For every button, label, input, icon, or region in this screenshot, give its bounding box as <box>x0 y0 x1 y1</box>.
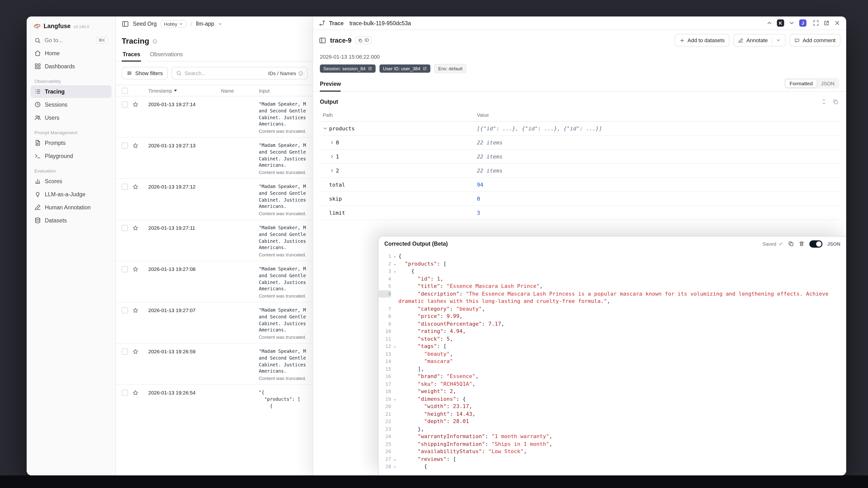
info-icon[interactable] <box>152 38 157 44</box>
sidebar-item-sessions[interactable]: Sessions <box>31 98 112 111</box>
star-icon[interactable] <box>132 184 138 190</box>
code-line[interactable]: 14 "mascara" <box>378 358 846 365</box>
code-line[interactable]: 21 "height": 14.43, <box>378 410 846 418</box>
star-icon[interactable] <box>132 307 138 313</box>
close-button[interactable] <box>834 20 840 26</box>
format-formatted-button[interactable]: Formatted <box>785 79 817 88</box>
code-line[interactable]: 12⌄ "tags": [ <box>378 343 846 350</box>
chevron-down-icon[interactable] <box>776 38 781 43</box>
code-line[interactable]: 20 "width": 23.17, <box>378 403 846 410</box>
badge-user-id-user-384[interactable]: User ID: user_384 <box>379 64 430 73</box>
code-line[interactable]: 13 "beauty", <box>378 350 846 358</box>
sidebar-item-dashboards[interactable]: Dashboards <box>31 60 112 73</box>
code-line[interactable]: 4 "id": 1, <box>378 275 846 282</box>
fold-chevron-icon[interactable]: ⌄ <box>391 455 398 463</box>
chevron-right-icon[interactable] <box>330 140 336 145</box>
star-icon[interactable] <box>132 143 138 149</box>
row-checkbox[interactable] <box>122 307 128 313</box>
code-line[interactable]: 10 "rating": 4.94, <box>378 328 846 335</box>
sidebar-item-scores[interactable]: Scores <box>31 175 112 187</box>
name-column-header[interactable]: Name <box>221 88 259 93</box>
search-input[interactable] <box>185 70 265 76</box>
delete-icon[interactable] <box>799 241 805 247</box>
output-row-1[interactable]: 122 items <box>320 150 839 164</box>
search-box[interactable]: IDs / Names <box>172 67 308 80</box>
code-line[interactable]: 7 "category": "beauty", <box>378 305 846 312</box>
star-icon[interactable] <box>132 348 138 355</box>
expand-button[interactable] <box>813 20 819 26</box>
code-line[interactable]: 24 "warrantyInformation": "1 month warra… <box>378 433 846 440</box>
annotate-button[interactable]: Annotate <box>733 34 785 47</box>
sidebar-item-datasets[interactable]: Datasets <box>31 214 112 227</box>
table-row[interactable]: 2026-01-13 19:27:11"Madam Speaker, Mand … <box>116 220 314 261</box>
code-line[interactable]: 18 "weight": 2, <box>378 388 846 395</box>
table-row[interactable]: 2026-01-13 19:27:07"Madam Speaker, Mand … <box>116 302 314 343</box>
add-to-datasets-button[interactable]: Add to datasets <box>674 34 730 47</box>
row-checkbox[interactable] <box>122 390 128 396</box>
table-row[interactable]: 2026-01-13 19:27:13"Madam Speaker, Mand … <box>116 138 314 179</box>
sidebar-item-home[interactable]: Home <box>31 47 112 60</box>
search-scope-select[interactable]: IDs / Names <box>268 70 303 76</box>
code-line[interactable]: 23 }, <box>378 425 846 433</box>
tab-traces[interactable]: Traces <box>122 50 141 62</box>
json-toggle[interactable] <box>809 240 823 247</box>
chevron-right-icon[interactable] <box>330 154 336 159</box>
fold-chevron-icon[interactable]: ⌄ <box>391 252 398 260</box>
table-row[interactable]: 2026-01-13 19:27:08"Madam Speaker, Mand … <box>116 261 314 302</box>
row-checkbox[interactable] <box>122 101 128 108</box>
org-name[interactable]: Seed Org <box>133 21 157 27</box>
row-checkbox[interactable] <box>122 184 128 190</box>
fold-chevron-icon[interactable]: ⌄ <box>391 343 398 350</box>
json-editor[interactable]: 1⌄{2⌄ "products": [3⌄ {4 "id": 1,5 "titl… <box>378 251 846 476</box>
copy-icon[interactable] <box>788 241 794 247</box>
chevron-right-icon[interactable] <box>330 168 336 173</box>
add-comment-button[interactable]: Add comment <box>789 34 840 47</box>
star-icon[interactable] <box>132 225 138 231</box>
tree-toggle-icon[interactable] <box>319 37 326 44</box>
code-line[interactable]: 2⌄ "products": [ <box>378 260 846 268</box>
table-row[interactable]: 2026-01-13 19:27:14"Madam Speaker, Mand … <box>116 96 314 138</box>
row-checkbox[interactable] <box>122 225 128 231</box>
sidebar-item-tracing[interactable]: Tracing <box>31 85 112 98</box>
code-line[interactable]: 17 "sku": "RCH45Q1A", <box>378 380 846 388</box>
sidebar-item-users[interactable]: Users <box>31 112 112 124</box>
input-column-header[interactable]: Input <box>259 88 314 93</box>
sidebar-item-prompts[interactable]: Prompts <box>31 136 112 149</box>
tab-preview[interactable]: Preview <box>320 81 341 92</box>
code-line[interactable]: 8 "price": 9.99, <box>378 312 846 320</box>
star-icon[interactable] <box>132 101 138 108</box>
timestamp-column-header[interactable]: Timestamp <box>148 88 221 93</box>
copy-id-button[interactable]: ID <box>355 36 372 44</box>
select-all-checkbox[interactable] <box>122 88 128 94</box>
output-row-2[interactable]: 222 items <box>320 164 839 178</box>
fold-chevron-icon[interactable]: ⌄ <box>391 260 398 268</box>
plan-badge[interactable]: Hobby <box>160 20 186 28</box>
nav-down-button[interactable] <box>788 20 795 26</box>
sidebar-item-human-annotation[interactable]: Human Annotation <box>31 201 112 214</box>
star-icon[interactable] <box>132 266 138 272</box>
project-name[interactable]: llm-app <box>196 21 214 27</box>
star-icon[interactable] <box>132 390 138 396</box>
expand-all-icon[interactable] <box>821 99 827 105</box>
code-line[interactable]: 9 "discountPercentage": 7.17, <box>378 320 846 328</box>
code-line[interactable]: 19⌄ "dimensions": { <box>378 395 846 403</box>
nav-up-button[interactable] <box>766 20 773 26</box>
code-line[interactable]: 15 ], <box>378 365 846 373</box>
code-line[interactable]: 1⌄{ <box>378 252 846 260</box>
sidebar-item-llm-as-a-judge[interactable]: LLM-as-a-Judge <box>31 188 112 201</box>
badge-session-session-84[interactable]: Session: session_84 <box>320 64 376 73</box>
fold-chevron-icon[interactable]: ⌄ <box>391 395 398 403</box>
row-checkbox[interactable] <box>122 348 128 355</box>
code-line[interactable]: 26 "availabilityStatus": "Low Stock", <box>378 448 846 455</box>
table-row[interactable]: 2026-01-13 19:27:12"Madam Speaker, Mand … <box>116 179 314 220</box>
row-checkbox[interactable] <box>122 143 128 149</box>
code-line[interactable]: 11 "stock": 5, <box>378 335 846 343</box>
table-row[interactable]: 2026-01-13 19:26:54"{ "products": [ { <box>116 385 314 476</box>
format-json-button[interactable]: JSON <box>817 80 838 87</box>
open-in-new-button[interactable] <box>824 20 830 26</box>
chevron-down-icon[interactable] <box>323 126 329 131</box>
fold-chevron-icon[interactable]: ⌄ <box>391 268 398 275</box>
row-checkbox[interactable] <box>122 266 128 272</box>
show-filters-button[interactable]: Show filters <box>122 67 168 80</box>
sidebar-item-playground[interactable]: Playground <box>31 150 112 162</box>
